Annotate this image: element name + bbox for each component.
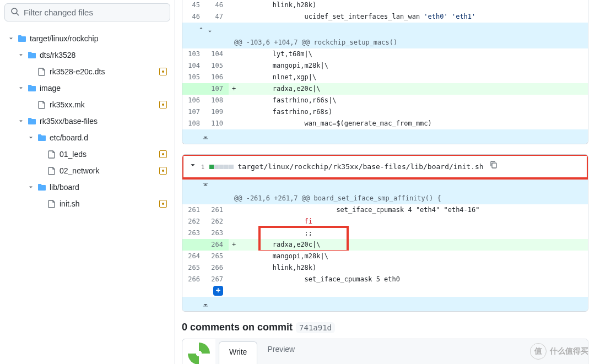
diff-line[interactable]: 265266 hlink,h28k) bbox=[182, 262, 588, 274]
diff-line[interactable]: 104105 mangopi,m28k|\ bbox=[182, 60, 588, 72]
tree-label: etc/board.d bbox=[50, 133, 167, 142]
watermark-text: 什么值得买 bbox=[550, 346, 588, 356]
tree-file-file-01-leds[interactable]: 01_leds bbox=[4, 146, 170, 162]
line-num-new[interactable]: 261 bbox=[205, 204, 229, 216]
code-content: fi bbox=[229, 216, 588, 227]
line-num-old[interactable]: 107 bbox=[182, 106, 205, 118]
line-num-old[interactable]: 103 bbox=[182, 48, 205, 60]
modified-indicator-icon bbox=[159, 101, 167, 108]
line-num-new[interactable]: 266 bbox=[205, 262, 229, 274]
commit-sha[interactable]: 741a91d bbox=[296, 322, 335, 333]
line-num-old[interactable]: 106 bbox=[182, 95, 205, 106]
diff-line[interactable]: 4546 hlink,h28k) bbox=[182, 0, 588, 11]
diff-line[interactable]: 261261 set_iface_cpumask 4 "eth4" "eth4-… bbox=[182, 204, 588, 216]
code-content: fastrhino,r68s) bbox=[229, 106, 588, 118]
chevron-down-icon[interactable] bbox=[189, 161, 197, 172]
tree-file-file-rk35xx-mk[interactable]: rk35xx.mk bbox=[4, 96, 170, 113]
chevron-down-icon[interactable] bbox=[8, 35, 15, 42]
tab-preview[interactable]: Preview bbox=[257, 339, 305, 364]
tree-dir-dir-image[interactable]: image bbox=[4, 80, 170, 96]
copy-path-icon[interactable] bbox=[488, 159, 499, 173]
code-content: ;; bbox=[229, 227, 588, 239]
file-icon bbox=[37, 100, 46, 109]
add-comment-icon[interactable]: + bbox=[213, 286, 223, 296]
diff-line[interactable]: 264+ radxa,e20c|\ bbox=[182, 239, 588, 251]
chevron-down-icon[interactable] bbox=[18, 51, 25, 59]
line-num-new[interactable]: 105 bbox=[205, 60, 229, 72]
line-num-new[interactable]: 47 bbox=[205, 11, 229, 23]
file-icon bbox=[47, 150, 56, 159]
tree-file-file-init-sh[interactable]: init.sh bbox=[4, 195, 170, 212]
line-num-new[interactable]: 262 bbox=[205, 216, 229, 227]
tree-label: rk35xx/base-files bbox=[40, 117, 167, 126]
tree-label: 01_leds bbox=[60, 150, 159, 159]
tree-dir-dir-etc-board-d[interactable]: etc/board.d bbox=[4, 129, 170, 146]
avatar[interactable] bbox=[188, 343, 210, 364]
expand-up-button[interactable] bbox=[182, 178, 588, 193]
line-num-new[interactable]: 46 bbox=[205, 0, 229, 11]
code-content: mangopi,m28k|\ bbox=[229, 251, 588, 262]
tree-dir-dir-rk35xx-base-files[interactable]: rk35xx/base-files bbox=[4, 113, 170, 129]
file-path[interactable]: target/linux/rockchip/rk35xx/base-files/… bbox=[238, 161, 484, 172]
tree-dir-dir-lib-board[interactable]: lib/board bbox=[4, 179, 170, 195]
comments-heading: 0 comments on commit 741a91d bbox=[182, 322, 588, 333]
line-num-old[interactable]: 263 bbox=[182, 227, 205, 239]
diff-line[interactable]: 264265 mangopi,m28k|\ bbox=[182, 251, 588, 262]
line-num-old[interactable]: 45 bbox=[182, 0, 205, 11]
line-num-old[interactable]: 108 bbox=[182, 118, 205, 129]
line-num-new[interactable]: 104 bbox=[205, 48, 229, 60]
tree-dir-dir-dts-rk3528[interactable]: dts/rk3528 bbox=[4, 47, 170, 63]
hunk-header: @@ -261,6 +261,7 @@ board_set_iface_smp_… bbox=[182, 193, 588, 204]
chevron-down-icon[interactable] bbox=[28, 134, 35, 142]
diff-line[interactable]: 266267+ set_iface_cpumask 5 eth0 bbox=[182, 274, 588, 297]
expand-down-button[interactable] bbox=[182, 297, 588, 311]
folder-icon bbox=[37, 133, 46, 142]
code-content: hlink,h28k) bbox=[229, 262, 588, 274]
line-num-new[interactable]: 265 bbox=[205, 251, 229, 262]
line-num-new[interactable]: 264 bbox=[205, 239, 229, 251]
line-num-new[interactable]: 107 bbox=[205, 83, 229, 95]
line-num-old[interactable]: 264 bbox=[182, 251, 205, 262]
line-num-old[interactable] bbox=[182, 239, 205, 251]
line-num-new[interactable]: 110 bbox=[205, 118, 229, 129]
chevron-down-icon[interactable] bbox=[18, 84, 25, 92]
folder-icon bbox=[28, 51, 36, 59]
tree-file-file-rk3528-e20c-dts[interactable]: rk3528-e20c.dts bbox=[4, 63, 170, 80]
folder-icon bbox=[37, 183, 46, 192]
line-num-new[interactable]: 267+ bbox=[205, 274, 229, 297]
line-num-old[interactable]: 262 bbox=[182, 216, 205, 227]
line-num-new[interactable]: 108 bbox=[205, 95, 229, 106]
filter-changed-files-input[interactable]: Filter changed files bbox=[4, 3, 170, 21]
line-num-old[interactable]: 266 bbox=[182, 274, 205, 297]
diff-line[interactable]: 103104 lyt,t68m|\ bbox=[182, 48, 588, 60]
tree-file-file-02-network[interactable]: 02_network bbox=[4, 162, 170, 179]
line-num-old[interactable]: 265 bbox=[182, 262, 205, 274]
diff-line[interactable]: 4647 ucidef_set_interfaces_lan_wan 'eth0… bbox=[182, 11, 588, 23]
line-num-new[interactable]: 109 bbox=[205, 106, 229, 118]
line-num-old[interactable]: 46 bbox=[182, 11, 205, 23]
diff-line[interactable]: 107+ radxa,e20c|\ bbox=[182, 83, 588, 95]
line-num-old[interactable] bbox=[182, 83, 205, 95]
comments-heading-text: 0 comments on commit bbox=[182, 322, 293, 333]
line-num-new[interactable]: 263 bbox=[205, 227, 229, 239]
expand-both-button[interactable] bbox=[182, 23, 588, 37]
diff-line[interactable]: 108110 wan_mac=$(generate_mac_from_mmc) bbox=[182, 118, 588, 129]
diff-line[interactable]: 105106 nlnet,xgp|\ bbox=[182, 72, 588, 83]
chevron-down-icon[interactable] bbox=[18, 117, 25, 125]
tree-dir-dir-target-linux-rockchip[interactable]: target/linux/rockchip bbox=[4, 30, 170, 47]
line-num-old[interactable]: 261 bbox=[182, 204, 205, 216]
diff-line[interactable]: 263263 ;; bbox=[182, 227, 588, 239]
line-num-old[interactable]: 104 bbox=[182, 60, 205, 72]
modified-indicator-icon bbox=[159, 68, 167, 75]
code-content: + radxa,e20c|\ bbox=[229, 83, 588, 95]
diff-line[interactable]: 262262 fi bbox=[182, 216, 588, 227]
diff-line[interactable]: 106108 fastrhino,r66s|\ bbox=[182, 95, 588, 106]
line-num-old[interactable]: 105 bbox=[182, 72, 205, 83]
diff-line[interactable]: 107109 fastrhino,r68s) bbox=[182, 106, 588, 118]
chevron-down-icon[interactable] bbox=[28, 183, 35, 191]
tab-write[interactable]: Write bbox=[219, 341, 257, 364]
file-header-init-sh[interactable]: 1 target/linux/rockchip/rk35xx/base-file… bbox=[182, 155, 588, 178]
file-icon bbox=[47, 166, 56, 175]
expand-down-button[interactable] bbox=[182, 129, 588, 144]
line-num-new[interactable]: 106 bbox=[205, 72, 229, 83]
